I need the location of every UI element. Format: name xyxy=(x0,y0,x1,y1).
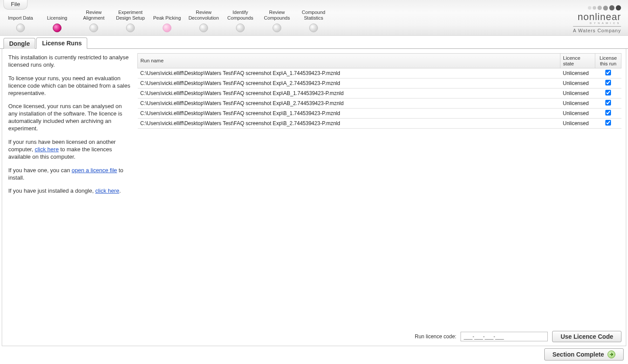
workflow-step-label: Review Deconvolution xyxy=(187,9,221,21)
workflow-step-experiment-design-setup[interactable]: Experiment Design Setup xyxy=(113,9,147,32)
workflow-dot-icon xyxy=(163,24,171,32)
cell-run-name: C:\Users\vicki.elliff\Desktop\Waters Tes… xyxy=(138,99,560,109)
help-p6: If you have just installed a dongle, cli… xyxy=(8,187,130,195)
workflow-step-peak-picking[interactable]: Peak Picking xyxy=(150,9,184,32)
help-p5: If you have one, you can open a licence … xyxy=(8,167,130,182)
logo-brand: nonlinear xyxy=(573,11,621,23)
runs-table-wrap: Run name Licence state License this run … xyxy=(137,53,621,327)
help-sidebar: This installation is currently restricte… xyxy=(2,49,135,346)
link-dongle-installed[interactable]: click here xyxy=(95,187,119,194)
section-complete-label: Section Complete xyxy=(553,351,604,358)
cell-license-this-run xyxy=(595,119,621,129)
workflow-dot-icon xyxy=(16,24,25,32)
workflow-dot-icon xyxy=(273,24,281,32)
logo-tagline: A Waters Company xyxy=(573,28,621,33)
workflow-step-import-data[interactable]: Import Data xyxy=(3,9,38,32)
license-run-checkbox[interactable] xyxy=(605,90,611,95)
cell-run-name: C:\Users\vicki.elliff\Desktop\Waters Tes… xyxy=(138,109,560,119)
link-open-licence-file[interactable]: open a licence file xyxy=(72,167,117,173)
tab-license-runs[interactable]: License Runs xyxy=(36,37,87,49)
col-license-this-run[interactable]: License this run xyxy=(595,54,621,68)
workflow-dot-icon xyxy=(309,24,318,32)
workflow-dot-icon xyxy=(89,24,98,32)
workflow-step-label: Experiment Design Setup xyxy=(113,9,147,21)
license-run-checkbox[interactable] xyxy=(605,80,611,85)
licence-code-label: Run licence code: xyxy=(415,333,456,340)
cell-license-this-run xyxy=(595,68,621,78)
cell-license-this-run xyxy=(595,99,621,109)
workflow-step-label: Import Data xyxy=(8,9,33,21)
logo-dot-row xyxy=(573,5,621,10)
cell-licence-state: Unlicensed xyxy=(560,109,595,119)
workflow-dot-icon xyxy=(199,24,208,32)
table-row[interactable]: C:\Users\vicki.elliff\Desktop\Waters Tes… xyxy=(138,68,621,78)
cell-licence-state: Unlicensed xyxy=(560,99,595,109)
cell-run-name: C:\Users\vicki.elliff\Desktop\Waters Tes… xyxy=(138,68,560,78)
arrow-right-icon xyxy=(608,350,615,358)
cell-license-this-run xyxy=(595,109,621,119)
workflow-steps: Import DataLicensingReview AlignmentExpe… xyxy=(3,9,331,32)
workflow-dot-icon xyxy=(236,24,245,32)
main-area: Run name Licence state License this run … xyxy=(135,49,626,346)
license-run-checkbox[interactable] xyxy=(605,120,611,126)
top-bar: File Import DataLicensingReview Alignmen… xyxy=(0,0,628,36)
table-row[interactable]: C:\Users\vicki.elliff\Desktop\Waters Tes… xyxy=(138,78,621,88)
license-run-checkbox[interactable] xyxy=(605,110,611,116)
cell-run-name: C:\Users\vicki.elliff\Desktop\Waters Tes… xyxy=(138,119,560,129)
workflow-step-label: Compound Statistics xyxy=(297,9,331,21)
help-p2: To license your runs, you need an evalua… xyxy=(8,75,130,97)
workflow-step-review-compounds[interactable]: Review Compounds xyxy=(260,9,294,32)
workflow-step-identify-compounds[interactable]: Identify Compounds xyxy=(223,9,257,32)
col-run-name[interactable]: Run name xyxy=(138,54,560,68)
workflow-step-label: Licensing xyxy=(47,9,67,21)
cell-licence-state: Unlicensed xyxy=(560,78,595,88)
workflow-step-review-alignment[interactable]: Review Alignment xyxy=(77,9,111,32)
licence-code-input[interactable] xyxy=(461,332,548,341)
cell-licence-state: Unlicensed xyxy=(560,119,595,129)
workflow-step-label: Peak Picking xyxy=(153,9,181,21)
workflow-dot-icon xyxy=(126,24,135,32)
workflow-step-licensing[interactable]: Licensing xyxy=(40,9,74,32)
section-complete-bar: Section Complete xyxy=(544,348,624,361)
table-row[interactable]: C:\Users\vicki.elliff\Desktop\Waters Tes… xyxy=(138,119,621,129)
cell-license-this-run xyxy=(595,78,621,88)
link-licensed-elsewhere[interactable]: click here xyxy=(35,146,59,153)
table-row[interactable]: C:\Users\vicki.elliff\Desktop\Waters Tes… xyxy=(138,99,621,109)
cell-run-name: C:\Users\vicki.elliff\Desktop\Waters Tes… xyxy=(138,88,560,99)
cell-licence-state: Unlicensed xyxy=(560,88,595,99)
workflow-step-label: Review Alignment xyxy=(77,9,111,21)
table-row[interactable]: C:\Users\vicki.elliff\Desktop\Waters Tes… xyxy=(138,109,621,119)
brand-logo: nonlinear DYNAMICS A Waters Company xyxy=(573,5,621,33)
cell-licence-state: Unlicensed xyxy=(560,68,595,78)
table-row[interactable]: C:\Users\vicki.elliff\Desktop\Waters Tes… xyxy=(138,88,621,99)
workflow-step-label: Review Compounds xyxy=(260,9,294,21)
runs-table: Run name Licence state License this run … xyxy=(137,53,621,129)
file-menu[interactable]: File xyxy=(3,0,27,10)
content-area: This installation is currently restricte… xyxy=(2,49,626,346)
workflow-step-compound-statistics[interactable]: Compound Statistics xyxy=(297,9,331,32)
licence-code-bar: Run licence code: Use Licence Code xyxy=(137,327,621,342)
use-licence-code-button[interactable]: Use Licence Code xyxy=(552,331,621,342)
workflow-step-review-deconvolution[interactable]: Review Deconvolution xyxy=(187,9,221,32)
license-run-checkbox[interactable] xyxy=(605,100,611,105)
help-p4: If your runs have been licensed on anoth… xyxy=(8,139,130,161)
tab-dongle[interactable]: Dongle xyxy=(3,38,35,49)
help-p3: Once licensed, your runs can be analysed… xyxy=(8,103,130,133)
col-licence-state[interactable]: Licence state xyxy=(560,54,595,68)
cell-run-name: C:\Users\vicki.elliff\Desktop\Waters Tes… xyxy=(138,78,560,88)
section-complete-button[interactable]: Section Complete xyxy=(544,348,624,361)
help-p1: This installation is currently restricte… xyxy=(8,54,130,69)
cell-license-this-run xyxy=(595,88,621,99)
license-run-checkbox[interactable] xyxy=(605,70,611,75)
workflow-step-label: Identify Compounds xyxy=(223,9,257,21)
tab-strip: DongleLicense Runs xyxy=(0,37,628,49)
workflow-dot-icon xyxy=(53,24,61,32)
